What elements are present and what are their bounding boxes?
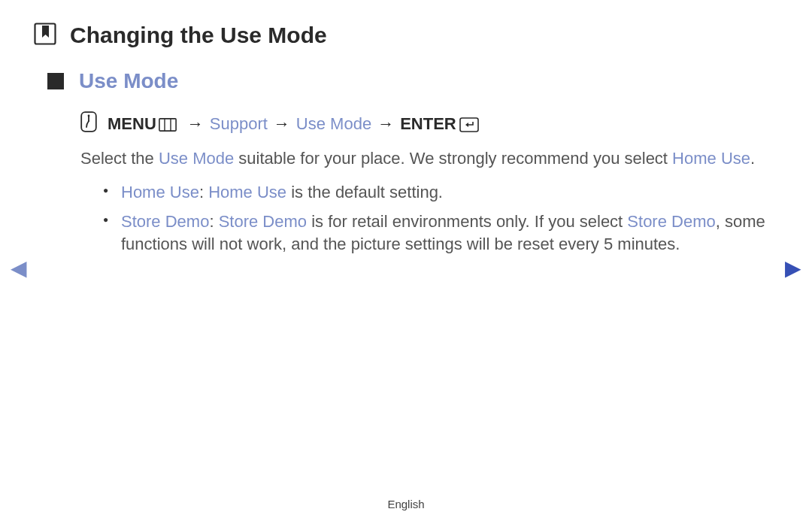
section-block-icon [47,73,64,89]
home-use-rest: is the default setting. [286,183,443,201]
arrow-icon: → [187,114,204,134]
section-heading: Use Mode [79,69,178,93]
enter-icon [459,117,479,137]
menu-label: MENU [108,114,156,134]
svg-rect-3 [159,119,176,131]
footer-language: English [0,498,812,510]
bookmark-icon [34,23,56,48]
list-item: Store Demo: Store Demo is for retail env… [103,210,778,257]
svg-point-2 [88,115,90,117]
content-body: MENU → Support → Use Mode → ENTER [80,111,778,256]
section-heading-row: Use Mode [47,69,778,93]
intro-mid: suitable for your place. We strongly rec… [234,149,672,168]
home-use-label: Home Use [121,183,199,201]
enter-label: ENTER [400,114,456,134]
store-demo-mid: is for retail environments only. If you … [307,212,627,231]
home-use-label-2: Home Use [208,183,286,201]
intro-use-mode: Use Mode [159,149,234,168]
arrow-icon: → [274,114,290,134]
sep: : [209,212,218,231]
menu-path: MENU → Support → Use Mode → ENTER [80,111,778,137]
menu-icon [159,117,177,136]
store-demo-label: Store Demo [121,212,209,231]
page-title-row: Changing the Use Mode [34,23,778,48]
intro-home-use: Home Use [672,149,750,168]
path-use-mode: Use Mode [296,114,371,134]
remote-icon [80,111,97,137]
arrow-icon: → [377,114,394,134]
nav-next-arrow[interactable]: ▶ [785,256,801,280]
intro-pre: Select the [80,149,159,168]
sep: : [199,183,208,201]
page-title: Changing the Use Mode [70,23,327,48]
path-support: Support [210,114,268,134]
intro-post: . [750,149,755,168]
nav-prev-arrow[interactable]: ◀ [11,256,27,280]
bullet-list: Home Use: Home Use is the default settin… [103,181,778,256]
store-demo-label-2: Store Demo [219,212,307,231]
manual-page: Changing the Use Mode Use Mode MENU [0,0,812,530]
intro-paragraph: Select the Use Mode suitable for your pl… [80,147,778,171]
store-demo-label-3: Store Demo [627,212,715,231]
list-item: Home Use: Home Use is the default settin… [103,181,778,204]
